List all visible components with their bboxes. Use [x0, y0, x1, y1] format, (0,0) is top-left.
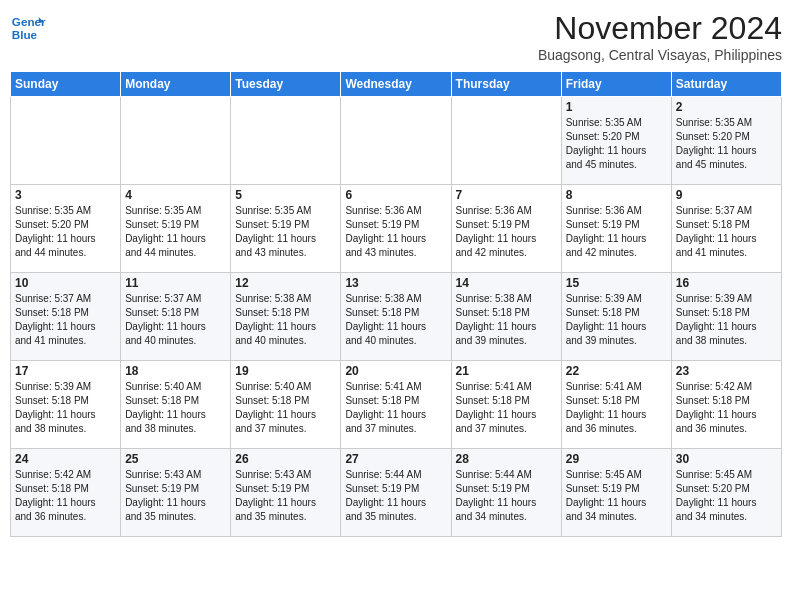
day-number: 28: [456, 452, 557, 466]
day-info: Sunrise: 5:41 AM Sunset: 5:18 PM Dayligh…: [456, 380, 557, 436]
day-info: Sunrise: 5:40 AM Sunset: 5:18 PM Dayligh…: [125, 380, 226, 436]
day-number: 23: [676, 364, 777, 378]
calendar-cell: 1Sunrise: 5:35 AM Sunset: 5:20 PM Daylig…: [561, 97, 671, 185]
day-number: 8: [566, 188, 667, 202]
day-info: Sunrise: 5:45 AM Sunset: 5:20 PM Dayligh…: [676, 468, 777, 524]
day-info: Sunrise: 5:38 AM Sunset: 5:18 PM Dayligh…: [345, 292, 446, 348]
calendar-cell: 27Sunrise: 5:44 AM Sunset: 5:19 PM Dayli…: [341, 449, 451, 537]
header-thursday: Thursday: [451, 72, 561, 97]
header-monday: Monday: [121, 72, 231, 97]
day-info: Sunrise: 5:35 AM Sunset: 5:19 PM Dayligh…: [235, 204, 336, 260]
day-info: Sunrise: 5:44 AM Sunset: 5:19 PM Dayligh…: [456, 468, 557, 524]
day-number: 5: [235, 188, 336, 202]
svg-text:Blue: Blue: [12, 28, 38, 41]
calendar-cell: 14Sunrise: 5:38 AM Sunset: 5:18 PM Dayli…: [451, 273, 561, 361]
day-info: Sunrise: 5:37 AM Sunset: 5:18 PM Dayligh…: [676, 204, 777, 260]
day-number: 22: [566, 364, 667, 378]
header-tuesday: Tuesday: [231, 72, 341, 97]
header-saturday: Saturday: [671, 72, 781, 97]
week-row-2: 10Sunrise: 5:37 AM Sunset: 5:18 PM Dayli…: [11, 273, 782, 361]
week-row-3: 17Sunrise: 5:39 AM Sunset: 5:18 PM Dayli…: [11, 361, 782, 449]
calendar-cell: 8Sunrise: 5:36 AM Sunset: 5:19 PM Daylig…: [561, 185, 671, 273]
calendar-cell: 3Sunrise: 5:35 AM Sunset: 5:20 PM Daylig…: [11, 185, 121, 273]
calendar-cell: 17Sunrise: 5:39 AM Sunset: 5:18 PM Dayli…: [11, 361, 121, 449]
day-info: Sunrise: 5:44 AM Sunset: 5:19 PM Dayligh…: [345, 468, 446, 524]
calendar-header-row: SundayMondayTuesdayWednesdayThursdayFrid…: [11, 72, 782, 97]
calendar-cell: 16Sunrise: 5:39 AM Sunset: 5:18 PM Dayli…: [671, 273, 781, 361]
calendar-cell: 6Sunrise: 5:36 AM Sunset: 5:19 PM Daylig…: [341, 185, 451, 273]
day-number: 3: [15, 188, 116, 202]
day-info: Sunrise: 5:40 AM Sunset: 5:18 PM Dayligh…: [235, 380, 336, 436]
day-info: Sunrise: 5:35 AM Sunset: 5:20 PM Dayligh…: [566, 116, 667, 172]
calendar-cell: 11Sunrise: 5:37 AM Sunset: 5:18 PM Dayli…: [121, 273, 231, 361]
day-info: Sunrise: 5:38 AM Sunset: 5:18 PM Dayligh…: [235, 292, 336, 348]
calendar-cell: 22Sunrise: 5:41 AM Sunset: 5:18 PM Dayli…: [561, 361, 671, 449]
week-row-4: 24Sunrise: 5:42 AM Sunset: 5:18 PM Dayli…: [11, 449, 782, 537]
day-number: 29: [566, 452, 667, 466]
day-number: 12: [235, 276, 336, 290]
month-year-title: November 2024: [538, 10, 782, 47]
day-number: 26: [235, 452, 336, 466]
calendar-cell: 26Sunrise: 5:43 AM Sunset: 5:19 PM Dayli…: [231, 449, 341, 537]
calendar-cell: [121, 97, 231, 185]
day-number: 20: [345, 364, 446, 378]
calendar-cell: 23Sunrise: 5:42 AM Sunset: 5:18 PM Dayli…: [671, 361, 781, 449]
day-number: 9: [676, 188, 777, 202]
day-number: 18: [125, 364, 226, 378]
day-info: Sunrise: 5:42 AM Sunset: 5:18 PM Dayligh…: [676, 380, 777, 436]
day-info: Sunrise: 5:41 AM Sunset: 5:18 PM Dayligh…: [566, 380, 667, 436]
location-subtitle: Buagsong, Central Visayas, Philippines: [538, 47, 782, 63]
day-number: 7: [456, 188, 557, 202]
calendar-cell: 9Sunrise: 5:37 AM Sunset: 5:18 PM Daylig…: [671, 185, 781, 273]
header-friday: Friday: [561, 72, 671, 97]
calendar-cell: 15Sunrise: 5:39 AM Sunset: 5:18 PM Dayli…: [561, 273, 671, 361]
calendar-cell: [11, 97, 121, 185]
day-number: 2: [676, 100, 777, 114]
calendar-cell: 7Sunrise: 5:36 AM Sunset: 5:19 PM Daylig…: [451, 185, 561, 273]
page-header: General Blue November 2024 Buagsong, Cen…: [10, 10, 782, 63]
header-sunday: Sunday: [11, 72, 121, 97]
logo: General Blue: [10, 10, 46, 46]
day-number: 21: [456, 364, 557, 378]
day-number: 27: [345, 452, 446, 466]
day-number: 10: [15, 276, 116, 290]
day-info: Sunrise: 5:35 AM Sunset: 5:20 PM Dayligh…: [676, 116, 777, 172]
day-info: Sunrise: 5:35 AM Sunset: 5:20 PM Dayligh…: [15, 204, 116, 260]
calendar-cell: 29Sunrise: 5:45 AM Sunset: 5:19 PM Dayli…: [561, 449, 671, 537]
day-number: 19: [235, 364, 336, 378]
calendar-cell: [231, 97, 341, 185]
calendar-cell: [341, 97, 451, 185]
day-number: 1: [566, 100, 667, 114]
day-info: Sunrise: 5:39 AM Sunset: 5:18 PM Dayligh…: [566, 292, 667, 348]
day-info: Sunrise: 5:35 AM Sunset: 5:19 PM Dayligh…: [125, 204, 226, 260]
calendar-cell: 2Sunrise: 5:35 AM Sunset: 5:20 PM Daylig…: [671, 97, 781, 185]
calendar-cell: 13Sunrise: 5:38 AM Sunset: 5:18 PM Dayli…: [341, 273, 451, 361]
calendar-cell: 18Sunrise: 5:40 AM Sunset: 5:18 PM Dayli…: [121, 361, 231, 449]
day-number: 16: [676, 276, 777, 290]
calendar-cell: 12Sunrise: 5:38 AM Sunset: 5:18 PM Dayli…: [231, 273, 341, 361]
day-number: 15: [566, 276, 667, 290]
calendar-cell: 5Sunrise: 5:35 AM Sunset: 5:19 PM Daylig…: [231, 185, 341, 273]
calendar-cell: 4Sunrise: 5:35 AM Sunset: 5:19 PM Daylig…: [121, 185, 231, 273]
day-info: Sunrise: 5:43 AM Sunset: 5:19 PM Dayligh…: [125, 468, 226, 524]
calendar-cell: 10Sunrise: 5:37 AM Sunset: 5:18 PM Dayli…: [11, 273, 121, 361]
day-number: 13: [345, 276, 446, 290]
calendar-cell: 20Sunrise: 5:41 AM Sunset: 5:18 PM Dayli…: [341, 361, 451, 449]
calendar-cell: 24Sunrise: 5:42 AM Sunset: 5:18 PM Dayli…: [11, 449, 121, 537]
day-info: Sunrise: 5:36 AM Sunset: 5:19 PM Dayligh…: [345, 204, 446, 260]
calendar-cell: 30Sunrise: 5:45 AM Sunset: 5:20 PM Dayli…: [671, 449, 781, 537]
title-block: November 2024 Buagsong, Central Visayas,…: [538, 10, 782, 63]
day-info: Sunrise: 5:43 AM Sunset: 5:19 PM Dayligh…: [235, 468, 336, 524]
day-info: Sunrise: 5:36 AM Sunset: 5:19 PM Dayligh…: [566, 204, 667, 260]
day-info: Sunrise: 5:39 AM Sunset: 5:18 PM Dayligh…: [676, 292, 777, 348]
calendar-cell: 19Sunrise: 5:40 AM Sunset: 5:18 PM Dayli…: [231, 361, 341, 449]
day-number: 17: [15, 364, 116, 378]
day-number: 25: [125, 452, 226, 466]
calendar-cell: 25Sunrise: 5:43 AM Sunset: 5:19 PM Dayli…: [121, 449, 231, 537]
day-number: 4: [125, 188, 226, 202]
day-number: 11: [125, 276, 226, 290]
day-info: Sunrise: 5:39 AM Sunset: 5:18 PM Dayligh…: [15, 380, 116, 436]
week-row-1: 3Sunrise: 5:35 AM Sunset: 5:20 PM Daylig…: [11, 185, 782, 273]
day-info: Sunrise: 5:41 AM Sunset: 5:18 PM Dayligh…: [345, 380, 446, 436]
day-info: Sunrise: 5:45 AM Sunset: 5:19 PM Dayligh…: [566, 468, 667, 524]
